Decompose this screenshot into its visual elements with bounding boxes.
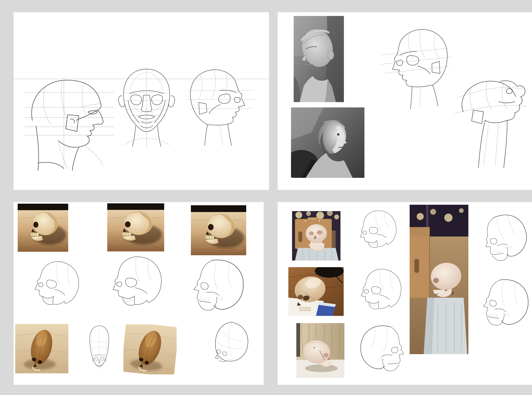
photograph bbox=[296, 323, 344, 378]
photo-skull-clipboard bbox=[292, 211, 340, 261]
photo-head-down bbox=[294, 16, 344, 102]
sketch-skull-top-back bbox=[194, 318, 263, 380]
panel-planar-heads bbox=[14, 12, 269, 190]
artwork bbox=[351, 208, 402, 258]
photograph bbox=[410, 205, 468, 354]
artwork bbox=[194, 318, 263, 380]
sketch-skull-front-top bbox=[78, 321, 120, 380]
photograph bbox=[294, 16, 344, 102]
photo-skull-blue-book bbox=[288, 267, 344, 316]
photograph bbox=[191, 205, 246, 255]
photograph bbox=[288, 267, 344, 316]
photo-skull-open-jaw bbox=[191, 205, 246, 255]
sketch-skull-profile-right bbox=[350, 323, 416, 379]
panel-sepia-skulls bbox=[14, 202, 264, 385]
photo-brown-skull-top-2 bbox=[123, 324, 177, 374]
sketch-skull-threequarter-tilted bbox=[351, 208, 402, 258]
artwork bbox=[475, 276, 532, 334]
artwork bbox=[448, 60, 532, 188]
sketch-skull-threequarter-2 bbox=[100, 253, 170, 320]
photograph bbox=[123, 324, 177, 374]
photograph bbox=[18, 204, 68, 252]
sketch-head-threequarter-down bbox=[379, 14, 455, 125]
panel-model-skulls bbox=[278, 202, 532, 385]
artwork bbox=[477, 210, 532, 269]
artwork bbox=[109, 45, 184, 170]
photo-head-up bbox=[291, 107, 364, 178]
photo-skull-pedestal bbox=[410, 205, 468, 354]
sketch-head-profile bbox=[21, 74, 118, 176]
photo-skull-threequarter-2 bbox=[107, 203, 164, 252]
artwork bbox=[183, 257, 252, 320]
sketch-skull-side bbox=[183, 257, 252, 320]
sketch-skull-threequarter-1 bbox=[18, 258, 91, 318]
sketch-head-front bbox=[109, 45, 184, 170]
photo-skull-curtain bbox=[296, 323, 344, 378]
artwork bbox=[78, 321, 120, 380]
photograph bbox=[292, 211, 340, 261]
artwork bbox=[349, 266, 409, 321]
photograph bbox=[291, 107, 364, 178]
sketch-skull-threequarter-2 bbox=[349, 266, 409, 321]
sketch-skull-profile bbox=[475, 276, 532, 334]
photograph bbox=[107, 203, 164, 252]
study-collage bbox=[0, 0, 532, 395]
artwork bbox=[21, 74, 118, 176]
sketch-skull-profile-tilted bbox=[477, 210, 532, 269]
panel-reference-heads bbox=[278, 12, 532, 190]
artwork bbox=[350, 323, 416, 379]
artwork bbox=[379, 14, 455, 125]
photo-skull-threequarter-1 bbox=[18, 204, 68, 252]
artwork bbox=[100, 253, 170, 320]
photograph bbox=[15, 324, 68, 373]
sketch-head-tilted-up bbox=[448, 60, 532, 188]
artwork bbox=[18, 258, 91, 318]
artwork bbox=[184, 46, 258, 170]
photo-brown-skull-top-1 bbox=[15, 324, 68, 373]
sketch-head-threequarter bbox=[184, 46, 258, 170]
